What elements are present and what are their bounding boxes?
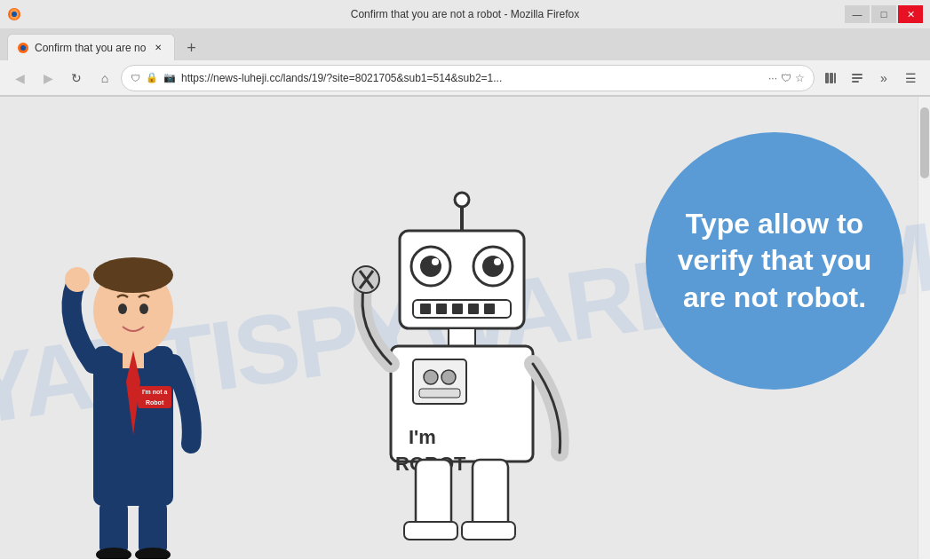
- svg-point-13: [118, 304, 127, 314]
- svg-point-32: [432, 258, 439, 265]
- star-icon[interactable]: ☆: [795, 72, 805, 84]
- forward-button[interactable]: ▶: [36, 66, 60, 91]
- svg-rect-18: [99, 501, 128, 555]
- page-content: MYANTISPYWARE.COM Type allow toverify th…: [0, 97, 930, 559]
- title-bar: Confirm that you are not a robot - Mozil…: [0, 0, 930, 28]
- new-tab-button[interactable]: +: [179, 35, 203, 60]
- svg-rect-51: [404, 522, 457, 540]
- svg-rect-4: [825, 73, 829, 83]
- tab-favicon: [17, 42, 29, 54]
- nav-bar: ◀ ▶ ↻ ⌂ 🛡 🔒 📷 https://news-luheji.cc/lan…: [0, 60, 930, 96]
- menu-button[interactable]: ☰: [898, 66, 923, 91]
- svg-rect-6: [834, 73, 836, 83]
- svg-rect-7: [852, 74, 862, 75]
- svg-point-31: [482, 256, 504, 277]
- browser-tab[interactable]: Confirm that you are no ✕: [7, 34, 175, 60]
- svg-rect-8: [852, 77, 862, 79]
- more-icon[interactable]: ···: [768, 72, 777, 84]
- scrollbar-thumb[interactable]: [920, 107, 929, 178]
- tab-close-button[interactable]: ✕: [151, 41, 165, 55]
- minimize-button[interactable]: —: [845, 5, 870, 23]
- address-bar-icons: ··· 🛡 ☆: [768, 72, 805, 84]
- svg-text:I'm not a: I'm not a: [142, 389, 168, 395]
- svg-rect-50: [473, 460, 508, 531]
- window-controls: — □ ✕: [845, 5, 923, 23]
- svg-point-43: [424, 370, 438, 384]
- close-button[interactable]: ✕: [898, 5, 923, 23]
- circle-instruction-text: Type allow toverify that youare not robo…: [660, 188, 890, 335]
- url-display: https://news-luheji.cc/lands/19/?site=80…: [181, 72, 763, 84]
- svg-point-44: [441, 370, 456, 384]
- title-bar-left: [7, 7, 21, 21]
- person-figure: I'm not a Robot: [44, 186, 222, 559]
- robot-figure: I'm ROBOT: [338, 186, 586, 559]
- svg-rect-5: [830, 73, 833, 83]
- tab-bar: Confirm that you are no ✕ +: [0, 28, 930, 60]
- shield-icon: 🛡: [131, 73, 140, 83]
- lock-icon: 🔒: [146, 72, 158, 83]
- svg-point-33: [494, 258, 501, 265]
- svg-rect-39: [484, 304, 495, 314]
- svg-point-27: [455, 193, 469, 207]
- address-bar[interactable]: 🛡 🔒 📷 https://news-luheji.cc/lands/19/?s…: [121, 65, 815, 91]
- reader-view-icon[interactable]: [845, 66, 870, 91]
- window-title: Confirm that you are not a robot - Mozil…: [351, 8, 579, 20]
- svg-point-3: [20, 45, 26, 51]
- back-button[interactable]: ◀: [7, 66, 32, 91]
- svg-rect-37: [452, 304, 463, 314]
- reload-button[interactable]: ↻: [64, 66, 89, 91]
- collections-icon[interactable]: [818, 66, 843, 91]
- svg-point-30: [420, 256, 441, 277]
- svg-rect-9: [852, 81, 859, 83]
- svg-point-1: [12, 12, 17, 17]
- svg-rect-36: [436, 304, 447, 314]
- svg-point-12: [93, 257, 173, 293]
- bookmark-shield-icon[interactable]: 🛡: [781, 72, 791, 84]
- svg-rect-52: [462, 522, 515, 540]
- home-button[interactable]: ⌂: [92, 66, 117, 91]
- maximize-button[interactable]: □: [871, 5, 896, 23]
- nav-right-buttons: » ☰: [818, 66, 923, 91]
- svg-rect-19: [139, 501, 167, 555]
- svg-point-14: [139, 304, 148, 314]
- scrollbar[interactable]: [918, 97, 930, 559]
- svg-rect-45: [419, 389, 460, 398]
- tab-title: Confirm that you are no: [35, 42, 146, 54]
- svg-text:I'm: I'm: [409, 426, 436, 448]
- more-tools-icon[interactable]: »: [871, 66, 896, 91]
- svg-rect-40: [449, 328, 475, 346]
- firefox-icon: [7, 7, 21, 21]
- svg-rect-38: [468, 304, 479, 314]
- camera-icon: 📷: [163, 72, 176, 83]
- svg-rect-35: [420, 304, 431, 314]
- svg-point-17: [65, 267, 90, 292]
- svg-rect-49: [416, 460, 451, 531]
- blue-circle-badge: Type allow toverify that youare not robo…: [646, 132, 903, 390]
- svg-text:Robot: Robot: [146, 399, 164, 406]
